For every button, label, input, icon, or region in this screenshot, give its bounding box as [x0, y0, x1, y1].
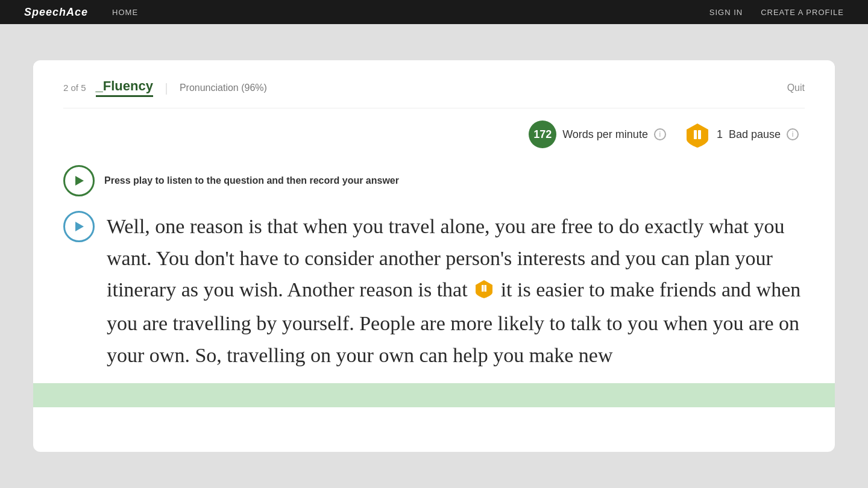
- wpm-badge: 172: [529, 120, 556, 148]
- svg-marker-3: [75, 222, 84, 231]
- step-indicator: 2 of 5: [63, 83, 86, 93]
- card-header: 2 of 5 _Fluency | Pronunciation (96%) Qu…: [63, 78, 805, 108]
- wpm-label: Words per minute: [562, 128, 648, 141]
- play-instruction-row: Press play to listen to the question and…: [63, 165, 805, 196]
- metrics-row: 172 Words per minute i 1 Bad pause: [63, 120, 805, 148]
- listen-play-button[interactable]: [63, 165, 95, 196]
- create-profile-link[interactable]: CREATE A PROFILE: [761, 8, 844, 17]
- svg-rect-5: [485, 285, 487, 292]
- svg-rect-1: [698, 130, 701, 139]
- sign-in-link[interactable]: SIGN IN: [709, 8, 743, 17]
- navbar-right: SIGN IN CREATE A PROFILE: [709, 8, 844, 17]
- body-text-row: Well, one reason is that when you travel…: [63, 211, 805, 371]
- instruction-text: Press play to listen to the question and…: [104, 175, 399, 186]
- pause-warning-inline-icon: [474, 276, 494, 308]
- navbar: SpeechAce HOME SIGN IN CREATE A PROFILE: [0, 0, 868, 24]
- record-play-button[interactable]: [63, 211, 95, 242]
- tab-divider: |: [165, 81, 168, 95]
- header-left: 2 of 5 _Fluency | Pronunciation (96%): [63, 78, 267, 97]
- page-background: 2 of 5 _Fluency | Pronunciation (96%) Qu…: [0, 24, 868, 488]
- svg-rect-4: [482, 285, 484, 292]
- nav-home-link[interactable]: HOME: [112, 8, 138, 17]
- body-text: Well, one reason is that when you travel…: [107, 211, 805, 371]
- pause-count: 1: [717, 128, 723, 141]
- pause-info-icon[interactable]: i: [787, 128, 799, 140]
- wpm-info-icon[interactable]: i: [654, 128, 666, 140]
- pause-badge: [684, 121, 711, 148]
- pause-label: Bad pause: [729, 128, 781, 141]
- svg-rect-0: [694, 130, 697, 139]
- svg-marker-2: [75, 176, 84, 186]
- quit-button[interactable]: Quit: [787, 83, 805, 93]
- bottom-bar: [33, 383, 835, 407]
- pause-metric: 1 Bad pause i: [684, 121, 799, 148]
- tab-pronunciation[interactable]: Pronunciation (96%): [180, 83, 267, 93]
- logo: SpeechAce: [24, 6, 88, 19]
- navbar-left: SpeechAce HOME: [24, 6, 138, 19]
- wpm-metric: 172 Words per minute i: [529, 120, 666, 148]
- tab-fluency[interactable]: _Fluency: [96, 78, 153, 97]
- main-card: 2 of 5 _Fluency | Pronunciation (96%) Qu…: [33, 60, 835, 452]
